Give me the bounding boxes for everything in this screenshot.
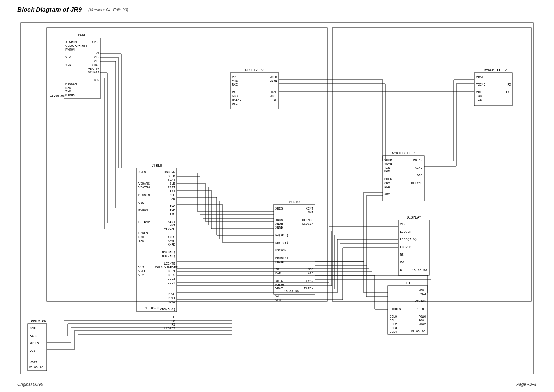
audio-date: 18.09.96 [284,290,299,294]
audio-ports-right: XINT NMI CLKMCU LCDCLK MOD AFC XEAR EARE… [300,207,313,299]
block-title-audio: AUDIO [284,200,305,204]
block-title-display: DISPLAY [403,216,425,220]
display-ports-left: VL2 LCDCLK LCDD(3:0) LCDRES RS RW E [400,223,417,272]
synth-ports-left: VCCR VSYN TXS MOD SCLK SDAT SLE AFC [384,159,392,197]
connector-date: 15.05.96 [28,366,43,370]
synth-ports-right: RXINJ TXINJ OSC RFTEMP [408,159,422,193]
diagram-canvas: PWRU RECEIVER2 TRANSMITTER2 SYNTHESIZER … [17,19,537,379]
block-title-uif: UIF [401,282,415,285]
transmitter2-ports-right: RX TXI [502,75,511,98]
pwru-ports-left: XPWRON COL0,XPWROFF PWRON VBAT VCS MBUSE… [65,41,88,98]
block-title-connector: CONNECTOR [22,320,52,323]
connector-ports-left: XMIC XEAR M2BUS VCS VBAT [30,327,39,365]
block-title-transmitter2: TRANSMITTER2 [478,68,511,72]
uif-date: 15.05.96 [410,330,425,334]
block-title-synthesizer: SYNTHESIZER [388,151,419,155]
receiver2-ports-left: VRF VREF RXE RX AGC RXINJ OSC [232,75,241,106]
footer-left: Original 06/99 [17,382,43,387]
footer-right: Page A3–1 [516,382,537,387]
block-title-ctrlu: CTRLU [145,164,169,168]
uif-ports-left: LIGHTS COL0 COL1 COL2 COL3 COL4 [390,288,401,334]
ctrlu-ports-left: XRES VCHARG VBATSW MBUSEN CSW PWRON RFTE… [138,171,150,300]
receiver2-ports-right: VCCR VSYN DAF RSSI IF [266,75,277,102]
page-title: Block Diagram of JR9 [17,6,82,14]
block-title-receiver2: RECEIVER2 [239,68,270,72]
page-subtitle: (Version: 04; Edit: 90) [88,8,128,12]
pwru-ports-right: XRES VA VL2 VL3 VREF VBATSW VCHARG CSW [86,41,99,94]
display-date: 15.05.96 [412,269,427,273]
block-title-pwru: PWRU [71,34,93,37]
ctrlu-date: 15.05.96 [145,306,160,310]
transmitter2-ports-left: VBAT TXINJ VREF TXC TXE [476,75,485,102]
audio-ports-left: XRES XNCS XNWR XNRD NA(3:0) ND(7:0) HSCO… [275,207,288,302]
uif-ports-right: VBAT VL2 XPWRON KBINT ROW0 ROW1 ROW2 [415,288,426,330]
pwru-date: 15.05.96 [50,94,65,98]
